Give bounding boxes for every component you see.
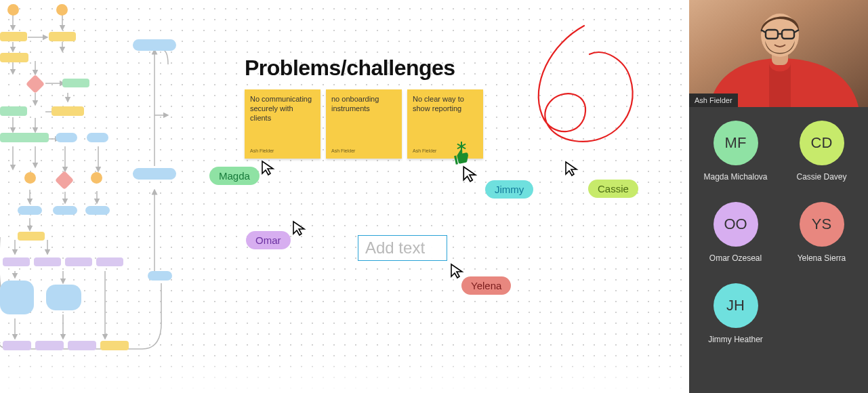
section-heading[interactable]: Problems/challenges (245, 56, 455, 81)
cursor-omar (292, 220, 307, 239)
thumbs-up-icon (451, 146, 472, 167)
avatar: MF (714, 121, 758, 165)
sticky-author: Ash Fielder (250, 148, 274, 154)
cursor-jimmy (462, 165, 478, 186)
video-name-tag: Ash Fielder (689, 94, 738, 107)
cursor-magda (261, 160, 276, 179)
participants-grid: MF Magda Michalova CD Cassie Davey OO Om… (689, 107, 868, 351)
sticky-text: No clear way to show reporting (413, 95, 464, 112)
flowchart-shapes (0, 0, 190, 393)
participant-name: Yelena Sierra (798, 253, 846, 263)
cursor-label-omar: Omar (246, 231, 291, 249)
cursor-label-yelena: Yelena (461, 276, 511, 295)
participant-name: Magda Michalova (703, 172, 767, 182)
video-person-illustration (689, 0, 868, 107)
participants-sidebar: Ash Fielder MF Magda Michalova CD Cassie… (689, 0, 868, 393)
avatar: YS (800, 202, 844, 247)
participant[interactable]: YS Yelena Sierra (783, 202, 860, 263)
sticky-note[interactable]: No clear way to show reporting Ash Field… (407, 89, 483, 159)
cursor-label-jimmy: Jimmy (485, 180, 533, 199)
text-input-box[interactable]: Add text (358, 235, 447, 261)
sticky-note[interactable]: No communicating securely with clients A… (245, 89, 321, 159)
sticky-text: no onboarding instruments (331, 95, 379, 112)
avatar: CD (800, 121, 844, 165)
avatar: OO (714, 202, 758, 247)
participant[interactable]: CD Cassie Davey (783, 121, 860, 182)
video-tile-primary[interactable]: Ash Fielder (689, 0, 868, 107)
sticky-text: No communicating securely with clients (250, 95, 312, 122)
cursor-label-cassie: Cassie (588, 180, 638, 198)
participant-name: Jimmy Heather (708, 335, 763, 344)
app-root: Problems/challenges No communicating sec… (0, 0, 868, 393)
participant[interactable]: MF Magda Michalova (697, 121, 774, 182)
cursor-yelena (450, 263, 465, 282)
participant-name: Cassie Davey (796, 172, 846, 182)
sticky-author: Ash Fielder (413, 148, 436, 154)
cursor-label-magda: Magda (209, 167, 260, 185)
sticky-author: Ash Fielder (331, 148, 355, 154)
freehand-scribble[interactable] (510, 20, 659, 169)
sticky-note[interactable]: no onboarding instruments Ash Fielder (326, 89, 402, 159)
whiteboard-canvas[interactable]: Problems/challenges No communicating sec… (0, 0, 689, 393)
participant[interactable]: JH Jimmy Heather (697, 283, 774, 344)
participant-name: Omar Ozeseal (709, 253, 762, 263)
avatar: JH (714, 283, 758, 328)
participant[interactable]: OO Omar Ozeseal (697, 202, 774, 263)
